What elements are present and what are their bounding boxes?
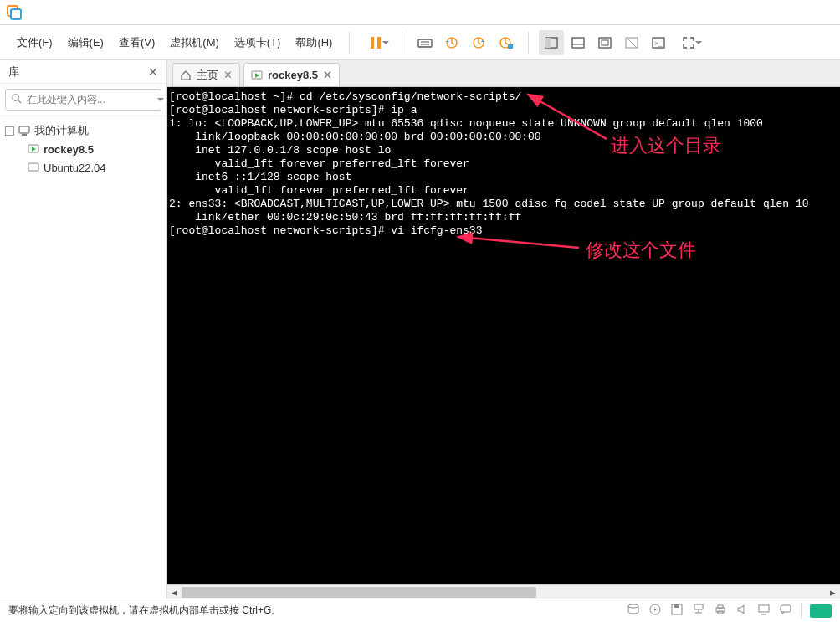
content-area: 主页 ✕ rockey8.5 ✕ [root@localhost ~]# cd … (167, 60, 840, 599)
separator (349, 32, 350, 54)
library-tree: − 我的计算机 rockey8.5 Ubuntu22.04 (0, 116, 166, 182)
sidebar-header: 库 ✕ (0, 60, 166, 84)
stretch-guest-button[interactable] (592, 30, 617, 55)
disk-icon[interactable] (627, 603, 640, 619)
svg-text:>_: >_ (654, 39, 663, 47)
search-dropdown-caret[interactable] (157, 98, 164, 105)
tree-root-my-computer[interactable]: − 我的计算机 (2, 121, 165, 140)
computer-icon (18, 124, 31, 137)
quick-switch-button[interactable]: >_ (646, 30, 671, 55)
send-ctrl-alt-del-button[interactable] (412, 30, 438, 55)
vm-console[interactable]: [root@localhost ~]# cd /etc/sysconfig/ne… (167, 87, 840, 599)
sidebar-search[interactable] (5, 89, 161, 111)
tree-item-rockey[interactable]: rockey8.5 (2, 140, 165, 158)
svg-rect-3 (377, 37, 381, 49)
svg-rect-2 (371, 37, 374, 49)
sidebar-title: 库 (8, 64, 19, 80)
svg-point-32 (628, 604, 638, 608)
floppy-icon[interactable] (670, 603, 684, 619)
svg-rect-16 (602, 40, 608, 45)
fullscreen-button[interactable] (673, 30, 704, 55)
vm-status-indicator[interactable] (810, 604, 832, 618)
display-settings-icon[interactable] (757, 603, 771, 619)
svg-rect-23 (19, 126, 29, 133)
tree-collapse-toggle[interactable]: − (5, 126, 14, 136)
vm-off-icon (27, 161, 40, 174)
tree-item-label: Ubuntu22.04 (44, 162, 105, 174)
separator (801, 604, 802, 619)
revert-snapshot-button[interactable] (466, 30, 491, 55)
horizontal-scrollbar[interactable]: ◂ ▸ (167, 584, 840, 599)
tab-close-button[interactable]: ✕ (323, 69, 332, 81)
vm-running-icon (27, 142, 40, 156)
annotation-text: 修改这个文件 (586, 238, 696, 263)
menu-file[interactable]: 文件(F) (10, 32, 59, 54)
svg-rect-15 (599, 38, 611, 48)
search-input[interactable] (27, 94, 152, 105)
pause-button[interactable] (360, 30, 392, 55)
svg-rect-13 (572, 38, 584, 48)
show-console-button[interactable] (539, 30, 564, 55)
tabbar: 主页 ✕ rockey8.5 ✕ (167, 60, 840, 87)
scrollbar-track[interactable] (182, 585, 826, 599)
sidebar-close-button[interactable]: ✕ (148, 65, 158, 79)
menu-tabs[interactable]: 选项卡(T) (228, 32, 288, 54)
tab-label: rockey8.5 (268, 69, 318, 81)
svg-rect-27 (28, 163, 38, 171)
terminal-output: [root@localhost ~]# cd /etc/sysconfig/ne… (167, 87, 840, 241)
snapshot-manager-button[interactable] (493, 30, 518, 55)
status-text: 要将输入定向到该虚拟机，请在虚拟机内部单击或按 Ctrl+G。 (8, 604, 281, 618)
search-icon (11, 93, 22, 106)
titlebar (0, 0, 840, 25)
tree-item-ubuntu[interactable]: Ubuntu22.04 (2, 158, 165, 177)
svg-line-22 (18, 100, 21, 103)
message-log-icon[interactable] (779, 603, 792, 619)
vm-running-icon (251, 69, 263, 81)
status-icons (627, 603, 832, 619)
tree-root-label: 我的计算机 (34, 123, 89, 138)
svg-rect-37 (694, 604, 703, 609)
menu-help[interactable]: 帮助(H) (289, 32, 339, 54)
svg-rect-36 (674, 604, 679, 608)
menubar: 文件(F) 编辑(E) 查看(V) 虚拟机(M) 选项卡(T) 帮助(H) >_ (0, 25, 840, 60)
svg-point-21 (13, 95, 18, 100)
svg-rect-4 (418, 39, 432, 47)
cd-icon[interactable] (648, 603, 662, 619)
tab-label: 主页 (197, 68, 218, 83)
svg-line-18 (627, 38, 637, 48)
sidebar: 库 ✕ − 我的计算机 (0, 60, 167, 599)
vmware-app-icon (7, 5, 22, 20)
home-icon (180, 69, 192, 81)
svg-rect-43 (759, 605, 769, 612)
tab-home[interactable]: 主页 ✕ (172, 63, 240, 86)
main-split: 库 ✕ − 我的计算机 (0, 60, 840, 599)
snapshot-button[interactable] (439, 30, 464, 55)
menu-vm[interactable]: 虚拟机(M) (163, 32, 226, 54)
tab-rockey[interactable]: rockey8.5 ✕ (243, 63, 340, 86)
unity-button[interactable] (619, 30, 644, 55)
scrollbar-thumb[interactable] (182, 587, 536, 598)
svg-rect-12 (545, 38, 551, 48)
statusbar: 要将输入定向到该虚拟机，请在虚拟机内部单击或按 Ctrl+G。 (0, 599, 840, 622)
printer-icon[interactable] (714, 603, 727, 619)
tree-item-label: rockey8.5 (44, 143, 94, 156)
svg-rect-41 (718, 605, 723, 608)
sidebar-search-wrap (0, 84, 166, 116)
svg-rect-1 (11, 9, 21, 19)
scroll-right-arrow[interactable]: ▸ (826, 585, 840, 599)
svg-rect-45 (781, 605, 791, 612)
network-icon[interactable] (692, 603, 705, 619)
svg-rect-10 (508, 44, 513, 49)
scroll-left-arrow[interactable]: ◂ (167, 585, 182, 599)
menu-edit[interactable]: 编辑(E) (61, 32, 110, 54)
menu-view[interactable]: 查看(V) (112, 32, 161, 54)
sound-icon[interactable] (735, 603, 749, 619)
separator (402, 32, 402, 54)
svg-point-34 (654, 609, 657, 611)
show-thumbnail-button[interactable] (566, 30, 591, 55)
separator (528, 32, 529, 54)
tab-close-button[interactable]: ✕ (223, 69, 233, 81)
